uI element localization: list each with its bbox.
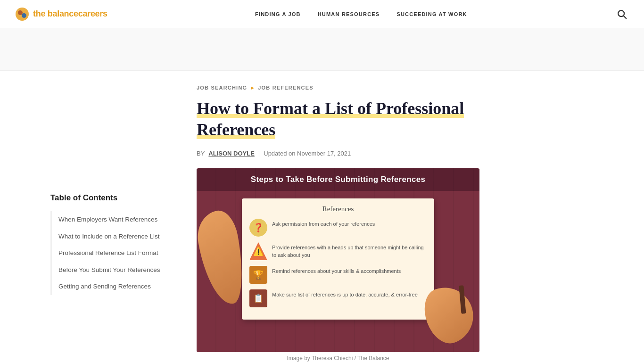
hand-left: [197, 208, 249, 308]
toc-link-2[interactable]: What to Include on a Reference List: [58, 232, 182, 241]
breadcrumb-link-1[interactable]: JOB SEARCHING: [197, 85, 247, 90]
paper-card-title: References: [249, 205, 427, 213]
site-header: the balancecareers FINDING A JOB HUMAN R…: [0, 0, 644, 28]
paper-item-1: ❓ Ask permission from each of your refer…: [249, 219, 427, 237]
toc-item-4: Before You Submit Your References: [50, 262, 182, 279]
infographic-title: Steps to Take Before Submitting Referenc…: [251, 175, 425, 184]
infographic: Steps to Take Before Submitting Referenc…: [197, 168, 479, 352]
toc-list: When Employers Want References What to I…: [50, 211, 182, 295]
pen: [459, 285, 466, 314]
svg-point-2: [22, 13, 26, 18]
paper-item-text-3: Remind references about your skills & ac…: [272, 266, 401, 275]
toc-item-3: Professional Reference List Format: [50, 245, 182, 262]
paper-item-4: 📋 Make sure list of references is up to …: [249, 289, 427, 307]
toc-link-4[interactable]: Before You Submit Your References: [58, 265, 182, 275]
site-logo[interactable]: the balancecareers: [15, 7, 107, 21]
paper-item-text-1: Ask permission from each of your referen…: [272, 219, 375, 228]
logo-text: the balancecareers: [33, 9, 107, 19]
breadcrumb-link-2[interactable]: JOB REFERENCES: [258, 85, 314, 90]
breadcrumb-arrow: ►: [250, 85, 255, 90]
toc-link-3[interactable]: Professional Reference List Format: [58, 248, 182, 258]
paper-item-icon-4: 📋: [249, 289, 267, 307]
hero-image-container: Steps to Take Before Submitting Referenc…: [197, 168, 479, 362]
article-updated: Updated on November 17, 2021: [264, 150, 351, 157]
paper-item-icon-1: ❓: [249, 219, 267, 237]
search-icon: [617, 9, 627, 19]
svg-line-4: [624, 16, 627, 18]
paper-item-icon-3: 🏆: [249, 266, 267, 284]
banner-ad: [0, 28, 644, 71]
search-button[interactable]: [615, 7, 629, 21]
byline-separator: |: [258, 150, 260, 157]
main-nav: FINDING A JOB HUMAN RESOURCES SUCCEEDING…: [255, 11, 467, 17]
hero-image: Steps to Take Before Submitting Referenc…: [197, 168, 479, 352]
toc-item-1: When Employers Want References: [50, 211, 182, 228]
toc-item-5: Getting and Sending References: [50, 278, 182, 295]
breadcrumb: JOB SEARCHING ► JOB REFERENCES: [197, 85, 508, 90]
nav-human-resources[interactable]: HUMAN RESOURCES: [318, 11, 380, 17]
byline-label: BY: [197, 150, 205, 157]
toc-link-1[interactable]: When Employers Want References: [58, 215, 182, 224]
paper-item-2: ⚠️ Provide references with a heads up th…: [249, 242, 427, 260]
toc-link-5[interactable]: Getting and Sending References: [58, 282, 182, 291]
toc-item-2: What to Include on a Reference List: [50, 228, 182, 245]
paper-item-text-4: Make sure list of references is up to da…: [272, 289, 418, 299]
page-wrapper: Table of Contents When Employers Want Re…: [39, 71, 605, 362]
title-wrapper: How to Format a List of Professional Ref…: [197, 98, 508, 140]
logo-icon: [15, 7, 29, 21]
article-title: How to Format a List of Professional Ref…: [197, 99, 464, 139]
byline: BY ALISON DOYLE | Updated on November 17…: [197, 150, 508, 157]
sidebar: Table of Contents When Employers Want Re…: [50, 71, 197, 362]
paper-item-text-2: Provide references with a heads up that …: [272, 242, 427, 259]
toc-title: Table of Contents: [50, 193, 182, 203]
nav-succeeding-at-work[interactable]: SUCCEEDING AT WORK: [396, 11, 467, 17]
main-content: JOB SEARCHING ► JOB REFERENCES How to Fo…: [197, 71, 508, 362]
paper-item-icon-2: ⚠️: [249, 242, 267, 260]
image-caption: Image by Theresa Chiechi / The Balance: [197, 355, 479, 362]
infographic-title-bar: Steps to Take Before Submitting Referenc…: [197, 168, 479, 191]
author-link[interactable]: ALISON DOYLE: [208, 150, 255, 157]
paper-card: References ❓ Ask permission from each of…: [242, 198, 434, 320]
nav-finding-a-job[interactable]: FINDING A JOB: [255, 11, 301, 17]
svg-point-1: [18, 10, 23, 15]
paper-item-3: 🏆 Remind references about your skills & …: [249, 266, 427, 284]
